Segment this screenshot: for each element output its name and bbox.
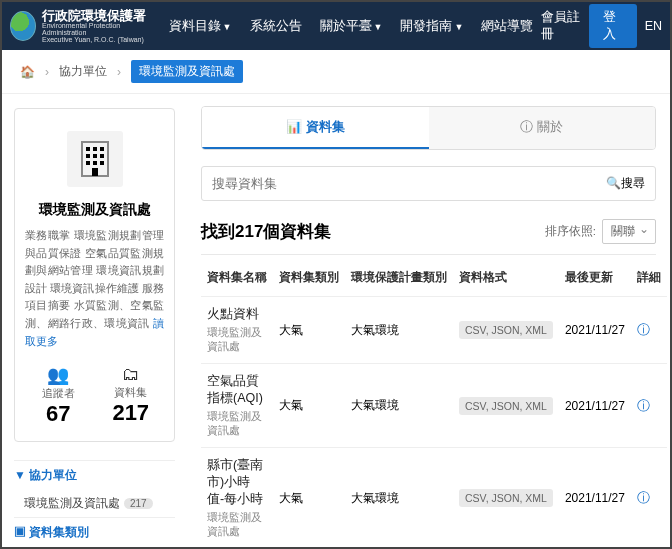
results-heading: 找到217個資料集 [201,220,331,243]
filter-category-header[interactable]: ▣ 資料集類別 [14,517,175,547]
dataset-category: 大氣 [273,448,345,549]
nav-item[interactable]: 開發指南▼ [392,12,471,41]
info-icon[interactable]: ⓘ [637,398,650,413]
info-icon[interactable]: ⓘ [637,490,650,505]
nav-item[interactable]: 網站導覽 [473,12,541,41]
column-header: 資料集類別 [273,259,345,297]
tab-about[interactable]: ⓘ 關於 [429,107,656,149]
brand-sub1: Environmental Protection Administration [42,22,149,36]
dataset-org: 環境監測及資訊處 [207,326,267,354]
dataset-plan: 大氣環境 [345,448,453,549]
followers-icon: 👥 [25,364,92,386]
filter-coop-item[interactable]: 環境監測及資訊處217 [14,490,175,517]
format-badge: CSV, JSON, XML [459,321,553,339]
filter-coop-header[interactable]: ▼ 協力單位 [14,460,175,490]
sort-select[interactable]: 關聯 [602,219,656,244]
logo-icon [10,11,36,41]
caret-down-icon: ▼ [454,22,463,32]
svg-rect-1 [86,147,90,151]
dataset-org: 環境監測及資訊處 [207,410,267,438]
login-button[interactable]: 登入 [589,4,637,48]
column-header: 詳細 [631,259,667,297]
dataset-date: 2021/11/27 [559,364,631,448]
nav-item[interactable]: 關於平臺▼ [312,12,391,41]
lang-switch[interactable]: EN [645,19,662,33]
followers-stat: 👥 追蹤者 67 [25,364,92,427]
svg-rect-3 [100,147,104,151]
dataset-date: 2021/11/27 [559,297,631,364]
column-header: 最後更新 [559,259,631,297]
dataset-plan: 大氣環境 [345,364,453,448]
info-icon[interactable]: ⓘ [637,322,650,337]
building-icon [67,131,123,187]
org-card: 環境監測及資訊處 業務職掌 環境監測規劃管理與品質保證 空氣品質監測規劃與網站管… [14,108,175,442]
svg-rect-9 [100,161,104,165]
nav-item[interactable]: 系統公告 [242,12,310,41]
brand[interactable]: 行政院環境保護署 Environmental Protection Admini… [10,9,149,43]
brand-sub2: Executive Yuan, R.O.C. (Taiwan) [42,36,149,43]
dataset-name: 空氣品質指標(AQI) [207,373,267,407]
dataset-date: 2021/11/27 [559,448,631,549]
svg-rect-6 [100,154,104,158]
dataset-category: 大氣 [273,364,345,448]
table-row[interactable]: 空氣品質指標(AQI)環境監測及資訊處大氣大氣環境CSV, JSON, XML2… [201,364,667,448]
nav-register[interactable]: 會員註冊 [541,9,581,43]
breadcrumb-lvl1[interactable]: 協力單位 [59,63,107,80]
column-header: 資料集名稱 [201,259,273,297]
column-header: 資料格式 [453,259,559,297]
top-navbar: 行政院環境保護署 Environmental Protection Admini… [2,2,670,50]
chevron-right-icon: › [45,65,49,79]
svg-rect-4 [86,154,90,158]
nav-item[interactable]: 資料目錄▼ [161,12,240,41]
content-area: 📊 資料集 ⓘ 關於 🔍搜尋 找到217個資料集 排序依照: 關聯 資料集名稱資… [187,94,670,549]
format-badge: CSV, JSON, XML [459,397,553,415]
datasets-table: 資料集名稱資料集類別環境保護計畫類別資料格式最後更新詳細 火點資料環境監測及資訊… [201,259,667,549]
chevron-right-icon: › [117,65,121,79]
search-input[interactable] [212,176,606,191]
datasets-stat: 🗂 資料集 217 [98,364,165,427]
dataset-name: 縣市(臺南市)小時值-每小時 [207,457,267,508]
org-description: 業務職掌 環境監測規劃管理與品質保證 空氣品質監測規劃與網站管理 環境資訊規劃設… [25,227,164,350]
svg-rect-2 [93,147,97,151]
format-badge: CSV, JSON, XML [459,489,553,507]
sort-label: 排序依照: [545,224,596,239]
sitemap-icon: 🗂 [98,364,165,385]
caret-down-icon: ▼ [223,22,232,32]
column-header: 環境保護計畫類別 [345,259,453,297]
svg-rect-5 [93,154,97,158]
dataset-plan: 大氣環境 [345,297,453,364]
dataset-name: 火點資料 [207,306,267,323]
table-row[interactable]: 縣市(臺南市)小時值-每小時環境監測及資訊處大氣大氣環境CSV, JSON, X… [201,448,667,549]
caret-down-icon: ▼ [374,22,383,32]
breadcrumb-current: 環境監測及資訊處 [131,60,243,83]
breadcrumb: 🏠 › 協力單位 › 環境監測及資訊處 [2,50,670,94]
sidebar: 環境監測及資訊處 業務職掌 環境監測規劃管理與品質保證 空氣品質監測規劃與網站管… [2,94,187,549]
dataset-category: 大氣 [273,297,345,364]
org-title: 環境監測及資訊處 [25,201,164,219]
search-button[interactable]: 🔍搜尋 [606,175,645,192]
tab-bar: 📊 資料集 ⓘ 關於 [201,106,656,150]
home-icon[interactable]: 🏠 [20,65,35,79]
brand-title: 行政院環境保護署 [42,9,149,22]
tab-datasets[interactable]: 📊 資料集 [202,107,429,149]
search-bar: 🔍搜尋 [201,166,656,201]
table-row[interactable]: 火點資料環境監測及資訊處大氣大氣環境CSV, JSON, XML2021/11/… [201,297,667,364]
svg-rect-8 [93,161,97,165]
svg-rect-10 [92,168,98,176]
svg-rect-7 [86,161,90,165]
dataset-org: 環境監測及資訊處 [207,511,267,539]
